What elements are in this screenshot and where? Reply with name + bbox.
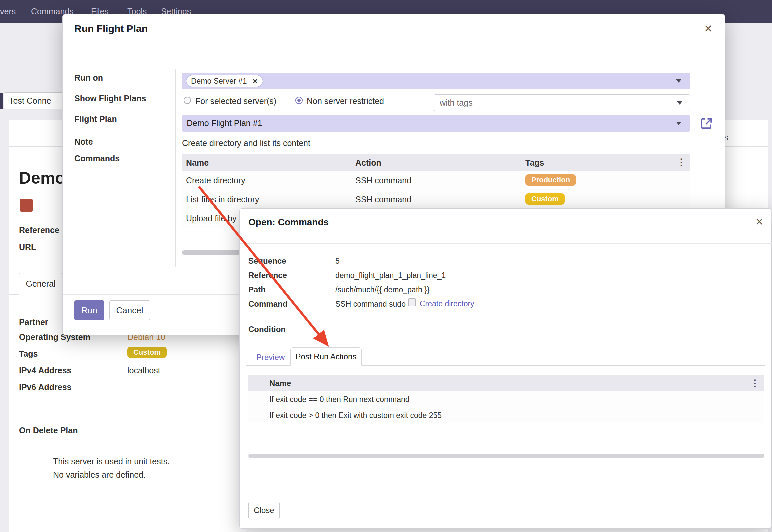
cell-name: Upload file by bbox=[186, 214, 236, 223]
condition-label: Condition bbox=[248, 325, 286, 334]
flight-plan-value: Demo Flight Plan #1 bbox=[187, 118, 262, 128]
color-swatch[interactable] bbox=[20, 199, 33, 212]
table-row[interactable]: List files in directory SSH command Cust… bbox=[182, 190, 690, 209]
note-label: Note bbox=[74, 137, 93, 147]
cell-action: SSH command bbox=[355, 176, 411, 185]
unit-test-note-line2: No variables are defined. bbox=[53, 470, 146, 480]
server-chip: Demo Server #1 ✕ bbox=[186, 75, 263, 87]
horizontal-scrollbar[interactable] bbox=[248, 454, 764, 458]
server-chip-label: Demo Server #1 bbox=[191, 77, 247, 85]
url-label: URL bbox=[19, 242, 36, 252]
path-label: Path bbox=[248, 285, 266, 294]
reference-label: Reference bbox=[19, 225, 59, 235]
sequence-label: Sequence bbox=[248, 256, 286, 266]
create-directory-link[interactable]: Create directory bbox=[420, 299, 474, 308]
chevron-down-icon bbox=[677, 101, 682, 105]
tag-badge-custom: Custom bbox=[127, 347, 167, 358]
command-label: Command bbox=[248, 299, 287, 309]
plan-description: Create directory and list its content bbox=[182, 138, 310, 148]
ipv6-label: IPv6 Address bbox=[19, 382, 71, 392]
with-tags-select[interactable]: with tags bbox=[434, 94, 690, 111]
page-title: Demo bbox=[19, 168, 65, 188]
chevron-down-icon bbox=[676, 122, 681, 125]
table-row[interactable]: If exit code == 0 then Run next command bbox=[248, 391, 764, 407]
col-header-action[interactable]: Action bbox=[355, 158, 381, 168]
sequence-value: 5 bbox=[335, 257, 340, 266]
unit-test-note-line1: This server is used in unit tests. bbox=[53, 457, 170, 466]
cell-name: If exit code == 0 then Run next command bbox=[269, 395, 410, 404]
chip-remove-icon[interactable]: ✕ bbox=[252, 78, 258, 85]
table-header-row: Name ⋮ bbox=[248, 375, 764, 391]
cell-name: Create directory bbox=[186, 176, 245, 185]
label-column-divider bbox=[175, 69, 176, 267]
commands-modal-title: Open: Commands bbox=[248, 217, 329, 228]
flight-plan-select[interactable]: Demo Flight Plan #1 bbox=[182, 115, 690, 132]
table-header-row: Name Action Tags ⋮ bbox=[182, 154, 690, 171]
modal-header-divider bbox=[240, 243, 772, 244]
tag-badge-custom: Custom bbox=[525, 193, 565, 205]
table-row[interactable]: If exit code > 0 then Exit with custom e… bbox=[248, 407, 764, 423]
cancel-button[interactable]: Cancel bbox=[109, 300, 150, 320]
reference-value: demo_flight_plan_1_plan_line_1 bbox=[335, 271, 446, 280]
horizontal-scrollbar[interactable] bbox=[182, 250, 241, 255]
radio-non-server-restricted-label: Non server restricted bbox=[307, 96, 384, 106]
cell-name: List files in directory bbox=[186, 195, 259, 204]
tab-post-run-actions[interactable]: Post Run Actions bbox=[290, 347, 362, 366]
external-link-icon[interactable] bbox=[700, 117, 713, 130]
col-header-tags[interactable]: Tags bbox=[525, 158, 544, 168]
command-value: SSH command sudo bbox=[335, 300, 406, 309]
open-commands-modal: Open: Commands × Sequence 5 Reference de… bbox=[239, 208, 771, 529]
flight-plan-label: Flight Plan bbox=[74, 114, 117, 124]
reference-label: Reference bbox=[248, 271, 287, 280]
cell-name: If exit code > 0 then Exit with custom e… bbox=[269, 411, 442, 420]
table-row[interactable]: Create directory SSH command Production bbox=[182, 171, 690, 190]
field-column-divider bbox=[332, 254, 332, 315]
col-header-name[interactable]: Name bbox=[186, 158, 209, 168]
kebab-menu-icon[interactable]: ⋮ bbox=[677, 158, 686, 167]
radio-for-selected-servers-label: For selected server(s) bbox=[195, 96, 276, 106]
button-fragment bbox=[0, 93, 3, 109]
radio-for-selected-servers[interactable] bbox=[184, 97, 191, 104]
close-icon[interactable]: × bbox=[756, 215, 763, 228]
close-icon[interactable]: × bbox=[704, 22, 712, 35]
with-tags-value: with tags bbox=[440, 98, 473, 108]
chevron-down-icon bbox=[676, 79, 681, 83]
condition-divider bbox=[332, 321, 332, 339]
post-run-actions-table: Name ⋮ If exit code == 0 then Run next c… bbox=[248, 375, 764, 441]
run-modal-title: Run Flight Plan bbox=[74, 23, 148, 34]
cell-action: SSH command bbox=[355, 195, 411, 204]
kebab-menu-icon[interactable]: ⋮ bbox=[750, 379, 760, 388]
test-connection-button[interactable]: Test Conne bbox=[4, 92, 63, 109]
col-header-name[interactable]: Name bbox=[269, 379, 291, 388]
show-flight-plans-label: Show Flight Plans bbox=[74, 94, 146, 103]
on-delete-plan-label: On Delete Plan bbox=[19, 426, 78, 435]
ipv4-label: IPv4 Address bbox=[19, 366, 71, 375]
run-on-label: Run on bbox=[74, 73, 103, 83]
tab-preview[interactable]: Preview bbox=[256, 353, 285, 362]
run-on-select[interactable]: Demo Server #1 ✕ bbox=[182, 73, 690, 89]
tag-badge-production: Production bbox=[525, 174, 576, 186]
modal-header-divider bbox=[63, 45, 725, 45]
close-button[interactable]: Close bbox=[248, 502, 280, 519]
path-value: /such/much/{{ demo_path }} bbox=[335, 285, 430, 294]
tags-label: Tags bbox=[19, 349, 38, 359]
ipv4-value: localhost bbox=[127, 366, 160, 375]
commands-label: Commands bbox=[74, 154, 120, 163]
create-directory-checkbox[interactable] bbox=[408, 298, 416, 306]
radio-non-server-restricted[interactable] bbox=[295, 97, 303, 104]
field-separator-2 bbox=[120, 422, 120, 445]
nav-item-servers[interactable]: vers bbox=[0, 0, 16, 23]
modal-footer-divider bbox=[240, 495, 772, 495]
tab-general[interactable]: General bbox=[19, 273, 62, 295]
partner-label: Partner bbox=[19, 317, 48, 327]
run-button[interactable]: Run bbox=[74, 300, 104, 320]
